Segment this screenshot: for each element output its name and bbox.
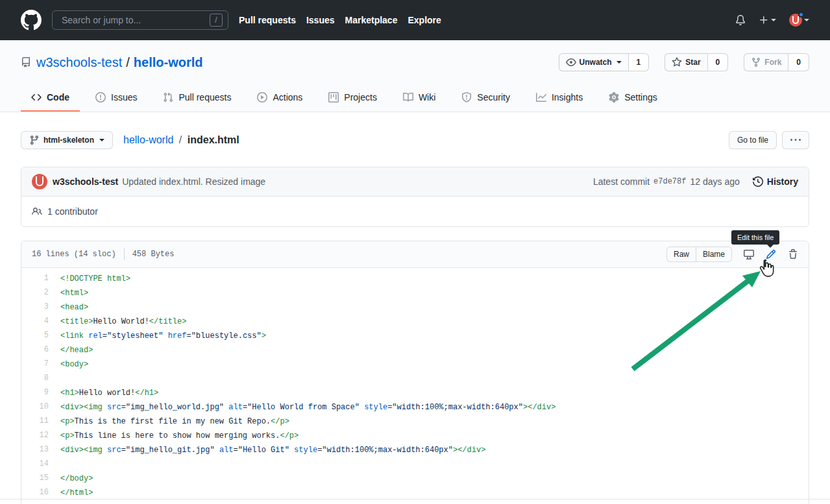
actions-icon [257,92,267,102]
main-content: html-skeleton hello-world / index.html G… [0,130,830,504]
line-number[interactable]: 2 [21,286,49,300]
topnav-link-marketplace[interactable]: Marketplace [345,15,398,25]
delete-file-button[interactable] [788,249,798,259]
line-number[interactable]: 5 [21,329,49,343]
line-number[interactable]: 1 [21,272,49,286]
edit-file-tooltip: Edit this file [731,230,779,245]
tab-settings[interactable]: Settings [598,86,668,112]
line-number[interactable]: 8 [21,372,49,386]
latest-commit-label: Latest commit [593,176,650,187]
repo-owner-link[interactable]: w3schools-test [36,55,122,70]
pencil-icon [766,249,776,259]
topnav-link-pull-requests[interactable]: Pull requests [239,15,296,25]
insights-icon [536,92,546,102]
line-number[interactable]: 12 [21,429,49,443]
star-button[interactable]: Star [665,53,707,71]
search-input[interactable] [60,14,210,26]
line-number[interactable]: 10 [21,400,49,414]
open-in-desktop-button[interactable] [744,249,754,259]
people-icon [32,206,42,217]
code-text: <body> [49,357,556,372]
repo-icon [21,57,31,67]
line-number[interactable]: 16 [21,486,49,500]
code-icon [31,92,42,102]
repo-action-buttons: Unwatch 1 Star 0 Fork 0 [559,53,809,71]
code-line: 5<link rel="stylesheet" href="bluestyle.… [21,329,556,343]
code-text: <p>This is the first file in my new Git … [49,414,556,429]
github-logo-icon[interactable] [21,10,42,30]
unwatch-button[interactable]: Unwatch [559,53,629,71]
topbar-right [735,14,809,27]
create-new-menu[interactable] [759,15,776,25]
raw-button[interactable]: Raw [666,246,696,262]
line-number[interactable]: 14 [21,457,49,472]
line-number[interactable]: 6 [21,343,49,357]
code-line: 16</html> [21,486,556,500]
blame-button[interactable]: Blame [696,246,732,262]
breadcrumb: hello-world / index.html [123,134,239,146]
code-line: 7<body> [21,357,556,372]
code-text: </body> [49,472,556,486]
star-count[interactable]: 0 [707,53,729,71]
line-number[interactable]: 9 [21,386,49,400]
line-number[interactable]: 15 [21,472,49,486]
commit-author-link[interactable]: w3schools-test [53,176,118,187]
commit-message-link[interactable]: Updated index.html. Resized image [122,176,265,187]
go-to-file-button[interactable]: Go to file [729,131,777,149]
code-line: 13<div><img src="img_hello_git.jpg" alt=… [21,443,556,457]
contributors-row[interactable]: 1 contributor [21,197,809,226]
code-text: <div><img src="img_hello_world.jpg" alt=… [49,400,556,414]
commit-time: 12 days ago [690,176,739,187]
tab-pull-requests[interactable]: Pull requests [153,86,241,112]
file-content-box: 16 lines (14 sloc) 458 Bytes Raw Blame 1… [21,241,809,504]
code-text: <h1>Hello world!</h1> [49,386,556,400]
watch-button-group[interactable]: Unwatch 1 [559,53,650,71]
edit-file-button[interactable] [766,249,776,259]
tab-insights[interactable]: Insights [526,86,593,112]
code-line: 4<title>Hello World!</title> [21,315,556,329]
tab-projects[interactable]: Projects [318,86,387,112]
caret-down-icon [771,19,776,21]
code-text: <head> [49,300,556,315]
file-navigation-row: html-skeleton hello-world / index.html G… [21,130,809,150]
desktop-icon [744,249,754,259]
history-button[interactable]: History [753,176,798,187]
caret-down-icon [99,139,104,141]
settings-icon [609,92,619,102]
footer-divider [0,499,830,499]
tab-actions[interactable]: Actions [247,86,313,112]
fork-count[interactable]: 0 [788,53,809,71]
line-number[interactable]: 11 [21,414,49,429]
tab-wiki[interactable]: Wiki [393,86,446,112]
branch-selector-button[interactable]: html-skeleton [21,131,113,149]
line-number[interactable]: 3 [21,300,49,315]
code-text: <link rel="stylesheet" href="bluestyle.c… [49,329,556,343]
raw-blame-group: Raw Blame [666,246,732,262]
fork-button-group[interactable]: Fork 0 [744,53,809,71]
tab-code[interactable]: Code [21,86,80,112]
global-search[interactable]: / [52,10,228,30]
caret-down-icon [616,61,622,64]
repo-name-link[interactable]: hello-world [134,55,203,70]
user-menu[interactable] [789,14,809,27]
code-viewer: 1<!DOCTYPE html>2<html>3<head>4<title>He… [21,268,809,504]
code-text: </html> [49,486,556,500]
code-line: 3<head> [21,300,556,315]
star-button-group[interactable]: Star 0 [665,53,728,71]
slash-key-hint: / [210,14,223,27]
line-number[interactable]: 13 [21,443,49,457]
watch-count[interactable]: 1 [628,53,650,71]
more-options-button[interactable] [782,131,809,149]
topnav-link-explore[interactable]: Explore [408,15,441,25]
topnav-link-issues[interactable]: Issues [306,15,335,25]
line-number[interactable]: 7 [21,357,49,372]
line-number[interactable]: 4 [21,315,49,329]
breadcrumb-repo-link[interactable]: hello-world [123,134,173,145]
notifications-bell-icon[interactable] [735,15,746,25]
tab-issues[interactable]: Issues [85,86,147,112]
commit-author-avatar[interactable] [32,174,47,189]
commit-sha-link[interactable]: e7de78f [653,177,686,186]
code-line: 15</body> [21,472,556,486]
fork-button[interactable]: Fork [744,53,788,71]
tab-security[interactable]: Security [451,86,520,112]
